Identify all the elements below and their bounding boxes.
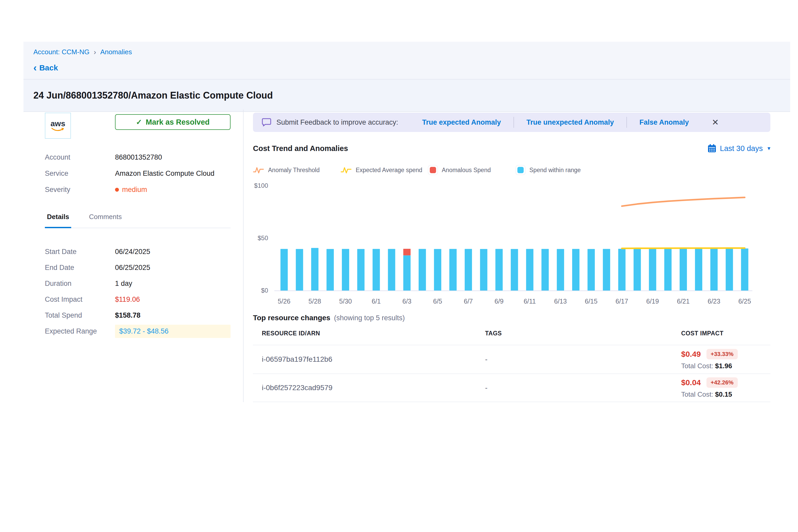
feedback-banner: Submit Feedback to improve accuracy: Tru… — [253, 113, 771, 132]
x-axis-tick-label: 6/19 — [646, 298, 659, 305]
bar-spend-within-range — [526, 249, 533, 290]
legend-item[interactable]: Expected Average spend — [341, 165, 428, 175]
summary-row-value: Amazon Elastic Compute Cloud — [115, 170, 214, 177]
back-label: Back — [39, 63, 58, 72]
resources-title: Top resource changes — [253, 314, 330, 322]
total-cost-line: Total Cost: $1.96 — [681, 362, 771, 370]
legend-item[interactable]: Anomaly Threshold — [253, 165, 341, 175]
resource-tags: - — [485, 355, 681, 363]
feedback-option[interactable]: True unexpected Anomaly — [514, 118, 626, 127]
x-axis-tick-label: 5/28 — [308, 298, 321, 305]
bar-spend-within-range — [373, 249, 380, 290]
legend-line-icon — [341, 166, 352, 174]
legend-label: Expected Average spend — [356, 167, 422, 174]
aws-logo: aws — [45, 113, 71, 139]
resource-tags: - — [485, 384, 681, 392]
x-axis-tick-label: 6/17 — [615, 298, 628, 305]
resources-column-header: RESOURCE ID/ARN — [262, 330, 485, 337]
legend-square-icon — [516, 165, 525, 175]
detail-row-value: $119.06 — [115, 296, 140, 304]
anomaly-summary-panel: aws ✓ Mark as Resolved Account8680013527… — [23, 110, 243, 402]
resources-table-body: i-06597ba197fe112b6-$0.49+33.33%Total Co… — [253, 345, 771, 402]
anomaly-detail-panel: Submit Feedback to improve accuracy: Tru… — [244, 110, 790, 402]
legend-item[interactable]: Anomalous Spend — [428, 165, 516, 175]
bar-spend-within-range — [342, 249, 349, 290]
chart-title: Cost Trend and Anomalies — [253, 144, 348, 153]
x-axis-tick-label: 6/23 — [707, 298, 720, 305]
detail-row: Start Date06/24/2025 — [45, 244, 230, 260]
bar-spend-within-range — [649, 249, 656, 290]
bar-spend-within-range — [280, 249, 288, 290]
breadcrumb-chevron-icon: › — [94, 49, 96, 56]
main-content: aws ✓ Mark as Resolved Account8680013527… — [23, 110, 790, 402]
breadcrumb-anomalies-link[interactable]: Anomalies — [100, 48, 132, 56]
bar-spend-within-range — [633, 249, 641, 290]
summary-row-label: Account — [45, 153, 115, 162]
line-anomaly-threshold — [622, 197, 745, 206]
chart-header: Cost Trend and Anomalies Last 30 days ▾ — [253, 144, 771, 153]
date-range-label: Last 30 days — [720, 144, 763, 153]
bar-spend-within-range — [403, 255, 411, 290]
bar-spend-within-range — [480, 249, 488, 290]
feedback-options: True expected AnomalyTrue unexpected Ano… — [410, 117, 702, 128]
summary-row: ServiceAmazon Elastic Compute Cloud — [45, 165, 230, 182]
total-cost-label: Total Cost: — [681, 391, 715, 398]
bar-spend-within-range — [726, 249, 733, 290]
breadcrumb-account-link[interactable]: Account: CCM-NG — [33, 48, 90, 56]
summary-value-text: 868001352780 — [115, 153, 162, 162]
legend-item[interactable]: Spend within range — [516, 165, 604, 175]
detail-row-value: $158.78 — [115, 311, 140, 320]
bar-spend-within-range — [603, 249, 610, 290]
summary-row: Account868001352780 — [45, 149, 230, 165]
tab-details[interactable]: Details — [45, 213, 71, 228]
aws-logo-text: aws — [51, 120, 65, 128]
detail-row-label: Start Date — [45, 248, 115, 256]
detail-row-value: 06/25/2025 — [115, 264, 150, 272]
bar-spend-within-range — [296, 249, 303, 290]
legend-square-icon — [428, 165, 438, 175]
bar-spend-within-range — [664, 249, 671, 290]
total-cost-value: $0.15 — [715, 391, 732, 398]
legend-square-fill — [430, 167, 436, 173]
date-range-picker[interactable]: Last 30 days ▾ — [707, 144, 771, 153]
x-axis-tick-label: 6/5 — [433, 298, 442, 305]
detail-row: Duration1 day — [45, 276, 230, 291]
page-title: 24 Jun/868001352780/Amazon Elastic Compu… — [23, 79, 790, 112]
resources-subtitle: (showing top 5 results) — [334, 314, 405, 322]
back-button[interactable]: ‹ Back — [33, 63, 780, 72]
detail-row-label: Duration — [45, 280, 115, 288]
detail-row: Total Spend$158.78 — [45, 307, 230, 323]
bar-spend-within-range — [495, 249, 503, 290]
resources-table: RESOURCE ID/ARNTAGSCOST IMPACT i-06597ba… — [253, 330, 771, 402]
cost-impact-value: $0.49 — [681, 350, 701, 359]
bar-spend-within-range — [588, 249, 595, 290]
detail-row-value: $39.72 - $48.56 — [115, 325, 230, 338]
tabs: DetailsComments — [45, 213, 230, 228]
calendar-icon — [707, 144, 716, 153]
x-axis-tick-label: 6/15 — [585, 298, 598, 305]
detail-rows: Start Date06/24/2025End Date06/25/2025Du… — [45, 244, 230, 339]
x-axis-tick-label: 6/21 — [677, 298, 690, 305]
resource-cost-impact: $0.04+42.26%Total Cost: $0.15 — [681, 377, 771, 398]
y-axis-tick-label: $50 — [258, 234, 268, 242]
summary-value-text: Amazon Elastic Compute Cloud — [115, 170, 214, 177]
mark-as-resolved-label: Mark as Resolved — [146, 118, 210, 127]
total-cost-label: Total Cost: — [681, 362, 715, 370]
resources-table-header: RESOURCE ID/ARNTAGSCOST IMPACT — [253, 330, 771, 345]
detail-row-label: Expected Range — [45, 327, 115, 335]
chart-legend: Anomaly ThresholdExpected Average spendA… — [253, 165, 771, 175]
x-axis-tick-label: 6/1 — [372, 298, 381, 305]
summary-value-text: medium — [122, 186, 147, 194]
resource-id: i-0b6f257223cad9579 — [262, 384, 485, 392]
close-icon[interactable]: ✕ — [712, 118, 719, 127]
feedback-option[interactable]: False Anomaly — [627, 118, 702, 127]
tab-comments[interactable]: Comments — [87, 213, 124, 228]
detail-row: End Date06/25/2025 — [45, 260, 230, 276]
feedback-option[interactable]: True expected Anomaly — [410, 118, 513, 127]
x-axis-tick-label: 6/11 — [524, 298, 536, 305]
bar-spend-within-range — [542, 249, 549, 290]
detail-row-value: 1 day — [115, 280, 132, 288]
cost-impact-percent-badge: +33.33% — [706, 349, 738, 359]
mark-as-resolved-button[interactable]: ✓ Mark as Resolved — [115, 114, 230, 130]
x-axis-tick-label: 6/13 — [554, 298, 567, 305]
